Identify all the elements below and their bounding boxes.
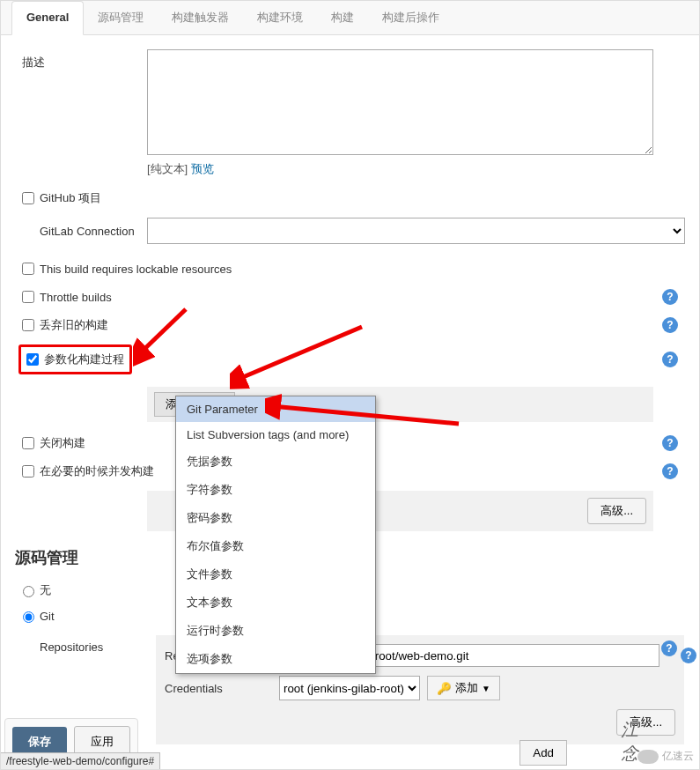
lockable-checkbox[interactable] <box>22 263 34 275</box>
tab-general[interactable]: General <box>11 1 84 35</box>
credentials-select[interactable]: root (jenkins-gilab-root) <box>279 676 420 700</box>
tab-triggers[interactable]: 构建触发器 <box>158 1 243 34</box>
param-option-string[interactable]: 字符参数 <box>176 476 375 504</box>
parametrize-highlight: 参数化构建过程 <box>18 344 132 374</box>
discard-old-checkbox[interactable] <box>22 319 34 331</box>
concurrent-label: 在必要的时候并发构建 <box>40 463 154 479</box>
description-label: 描述 <box>15 49 147 70</box>
parametrize-label: 参数化构建过程 <box>44 352 124 367</box>
plaintext-hint: [纯文本] <box>147 162 188 175</box>
status-bar-url: /freestyle-web-demo/configure# <box>1 752 160 769</box>
add-repo-button[interactable]: Add <box>519 740 567 766</box>
description-textarea[interactable] <box>147 49 653 155</box>
param-option-boolean[interactable]: 布尔值参数 <box>176 532 375 560</box>
discard-old-label: 丢弃旧的构建 <box>40 317 108 333</box>
param-option-choice[interactable]: 选项参数 <box>176 645 375 673</box>
parametrize-checkbox[interactable] <box>26 353 39 366</box>
help-icon[interactable]: ? <box>662 289 678 305</box>
param-option-credential[interactable]: 凭据参数 <box>176 448 375 476</box>
add-param-dropdown: Git Parameter List Subversion tags (and … <box>175 396 376 674</box>
tab-post[interactable]: 构建后操作 <box>368 1 453 34</box>
github-project-checkbox[interactable] <box>22 192 34 204</box>
credentials-label: Credentials <box>165 682 279 695</box>
close-build-label: 关闭构建 <box>40 435 85 451</box>
help-icon[interactable]: ? <box>662 352 678 367</box>
cloud-icon <box>637 750 659 764</box>
scm-git-radio[interactable] <box>23 611 34 623</box>
tab-scm[interactable]: 源码管理 <box>84 1 158 34</box>
gitlab-connection-select[interactable] <box>147 218 685 244</box>
scm-none-label: 无 <box>40 582 51 598</box>
param-option-run[interactable]: 运行时参数 <box>176 617 375 645</box>
tab-build[interactable]: 构建 <box>317 1 368 34</box>
watermark: 江念… 亿速云 <box>637 749 694 764</box>
param-option-password[interactable]: 密码参数 <box>176 504 375 532</box>
scm-git-label: Git <box>40 610 55 623</box>
param-option-file[interactable]: 文件参数 <box>176 560 375 589</box>
add-credential-button[interactable]: 🔑 添加 ▼ <box>427 676 500 700</box>
add-credential-label: 添加 <box>455 680 478 696</box>
help-icon[interactable]: ? <box>662 317 678 333</box>
param-option-git-parameter[interactable]: Git Parameter <box>176 396 375 422</box>
concurrent-checkbox[interactable] <box>22 465 34 478</box>
repositories-label: Repositories <box>15 635 156 654</box>
key-icon: 🔑 <box>437 682 452 695</box>
watermark-text: 亿速云 <box>662 749 694 764</box>
config-tabs: General 源码管理 构建触发器 构建环境 构建 构建后操作 <box>1 1 699 35</box>
close-build-checkbox[interactable] <box>22 437 34 449</box>
help-icon[interactable]: ? <box>681 648 696 663</box>
preview-link[interactable]: 预览 <box>191 162 214 175</box>
scm-none-radio[interactable] <box>23 586 34 597</box>
lockable-label: This build requires lockable resources <box>40 263 232 276</box>
github-project-label: GitHub 项目 <box>40 190 101 206</box>
throttle-checkbox[interactable] <box>22 291 34 303</box>
param-option-svn-tags[interactable]: List Subversion tags (and more) <box>176 422 375 448</box>
gitlab-connection-label: GitLab Connection <box>15 225 147 238</box>
help-icon[interactable]: ? <box>662 463 678 479</box>
advanced-button[interactable]: 高级... <box>587 498 646 524</box>
throttle-label: Throttle builds <box>40 291 112 304</box>
param-option-text[interactable]: 文本参数 <box>176 589 375 617</box>
help-icon[interactable]: ? <box>662 435 678 451</box>
chevron-down-icon: ▼ <box>482 684 490 693</box>
tab-env[interactable]: 构建环境 <box>243 1 317 34</box>
